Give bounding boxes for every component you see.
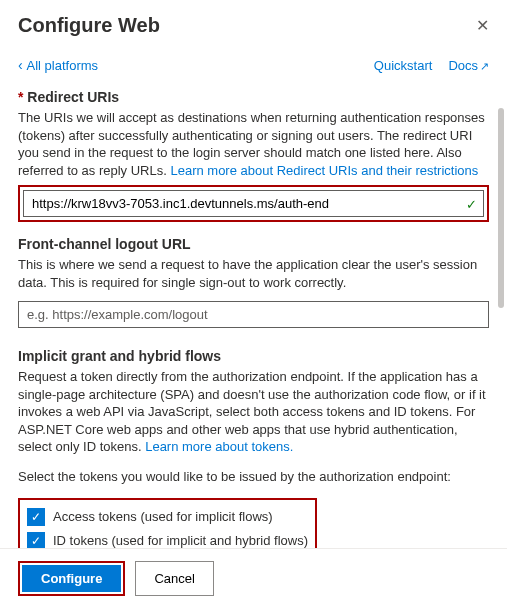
panel-header: Configure Web ✕ [0,0,507,45]
top-nav-right: Quickstart Docs↗ [374,58,489,73]
panel-title: Configure Web [18,14,160,37]
close-icon[interactable]: ✕ [476,16,489,35]
footer-actions: Configure Cancel [0,548,507,608]
back-all-platforms-link[interactable]: All platforms [18,57,98,73]
redirect-uris-desc: The URIs we will accept as destinations … [18,109,489,179]
redirect-uri-highlight: ✓ [18,185,489,222]
configure-button[interactable]: Configure [22,565,121,592]
redirect-uri-input[interactable] [23,190,484,217]
implicit-desc: Request a token directly from the author… [18,368,489,456]
checkbox-checked-icon: ✓ [27,532,45,550]
top-nav: All platforms Quickstart Docs↗ [0,45,507,83]
logout-url-desc: This is where we send a request to have … [18,256,489,291]
content-scroll: Redirect URIs The URIs we will accept as… [0,89,507,608]
access-tokens-checkbox[interactable]: ✓ Access tokens (used for implicit flows… [27,505,308,529]
implicit-learn-more-link[interactable]: Learn more about tokens. [145,439,293,454]
access-tokens-label: Access tokens (used for implicit flows) [53,509,273,524]
docs-link[interactable]: Docs↗ [448,58,489,73]
redirect-learn-more-link[interactable]: Learn more about Redirect URIs and their… [170,163,478,178]
external-link-icon: ↗ [480,60,489,72]
valid-check-icon: ✓ [466,196,477,211]
select-tokens-label: Select the tokens you would like to be i… [18,468,489,486]
checkbox-checked-icon: ✓ [27,508,45,526]
scrollbar-thumb[interactable] [498,108,504,308]
implicit-heading: Implicit grant and hybrid flows [18,348,489,364]
quickstart-link[interactable]: Quickstart [374,58,433,73]
logout-url-heading: Front-channel logout URL [18,236,489,252]
cancel-button[interactable]: Cancel [135,561,213,596]
configure-button-highlight: Configure [18,561,125,596]
id-tokens-label: ID tokens (used for implicit and hybrid … [53,533,308,548]
logout-url-input[interactable] [18,301,489,328]
redirect-uris-heading: Redirect URIs [18,89,489,105]
